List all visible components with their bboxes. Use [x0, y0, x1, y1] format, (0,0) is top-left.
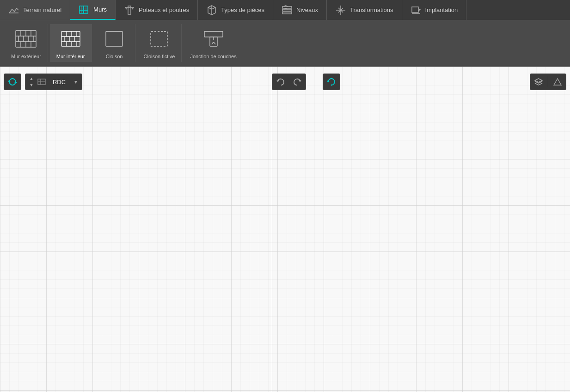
- vertical-separator: [272, 67, 272, 392]
- svg-marker-57: [554, 79, 561, 85]
- svg-point-56: [331, 85, 331, 86]
- transformations-icon: [335, 5, 346, 16]
- grid: [0, 67, 570, 392]
- sub-cloison-fictive-label: Cloison fictive: [144, 54, 175, 59]
- mur-ext-icon: [14, 27, 38, 51]
- nav-terrain[interactable]: Terrain naturel: [0, 0, 70, 20]
- level-down-arrow[interactable]: ▼: [27, 82, 36, 88]
- sub-mur-ext[interactable]: Mur extérieur: [5, 24, 48, 62]
- undo-button[interactable]: [272, 74, 289, 90]
- reverse-button[interactable]: [4, 74, 21, 90]
- svg-rect-48: [204, 31, 223, 37]
- svg-rect-47: [151, 31, 167, 46]
- svg-rect-52: [0, 67, 570, 392]
- refresh-group: [323, 74, 340, 90]
- nav-terrain-label: Terrain naturel: [23, 6, 61, 13]
- sub-cloison[interactable]: Cloison: [94, 24, 135, 62]
- svg-rect-3: [80, 10, 84, 13]
- canvas-area[interactable]: [0, 67, 570, 392]
- svg-rect-15: [282, 9, 292, 11]
- sub-cloison-label: Cloison: [106, 54, 123, 59]
- implantation-icon: [411, 5, 422, 16]
- nav-implantation[interactable]: Implantation: [402, 0, 467, 20]
- nav-types[interactable]: Types de pièces: [198, 0, 273, 20]
- floor-icon: [37, 77, 47, 87]
- sub-toolbar: Mur extérieur Mur intérieur: [0, 20, 570, 67]
- poteaux-icon: [124, 5, 135, 16]
- nav-types-label: Types de pièces: [221, 6, 264, 13]
- sub-mur-ext-label: Mur extérieur: [11, 54, 41, 59]
- level-dropdown-arrow[interactable]: ▼: [72, 80, 80, 85]
- svg-rect-19: [412, 7, 418, 12]
- view-tools: [530, 74, 566, 90]
- sub-cloison-fictive[interactable]: Cloison fictive: [137, 24, 182, 62]
- level-up-arrow[interactable]: ▲: [27, 75, 36, 82]
- nav-poteaux[interactable]: Poteaux et poutres: [116, 0, 198, 20]
- sub-jonction[interactable]: Jonction de couches: [184, 24, 243, 62]
- nav-niveaux[interactable]: Niveaux: [273, 0, 327, 20]
- svg-rect-16: [282, 12, 292, 14]
- triangle-button[interactable]: [549, 74, 566, 90]
- undo-redo-group: [272, 74, 306, 90]
- redo-button[interactable]: [289, 74, 306, 90]
- svg-rect-14: [282, 6, 292, 8]
- jonction-icon: [202, 27, 226, 51]
- cloison-fictive-icon: [147, 27, 171, 51]
- nav-transformations[interactable]: Transformations: [327, 0, 402, 20]
- svg-rect-4: [84, 10, 88, 13]
- nav-murs[interactable]: Murs: [70, 0, 116, 20]
- sub-mur-int-label: Mur intérieur: [56, 54, 85, 59]
- mur-int-icon: [59, 27, 83, 51]
- nav-poteaux-label: Poteaux et poutres: [139, 6, 189, 13]
- level-selector[interactable]: ▲ ▼ RDC ▼: [25, 74, 82, 90]
- terrain-icon: [8, 5, 19, 16]
- refresh-button[interactable]: [323, 74, 340, 90]
- murs-icon: [79, 4, 90, 15]
- top-nav: Terrain naturel Murs: [0, 0, 570, 20]
- svg-rect-46: [106, 31, 123, 46]
- nav-implantation-label: Implantation: [425, 6, 458, 13]
- sub-jonction-label: Jonction de couches: [190, 54, 236, 59]
- nav-murs-label: Murs: [93, 6, 107, 13]
- cloison-icon: [102, 27, 126, 51]
- level-arrows: ▲ ▼: [27, 75, 36, 88]
- niveaux-icon: [282, 5, 293, 16]
- reverse-group: [4, 74, 21, 90]
- sub-mur-int[interactable]: Mur intérieur: [50, 24, 92, 62]
- level-label: RDC: [48, 79, 71, 86]
- types-icon: [206, 5, 217, 16]
- nav-transformations-label: Transformations: [350, 6, 393, 13]
- nav-niveaux-label: Niveaux: [296, 6, 318, 13]
- layers-button[interactable]: [530, 74, 547, 90]
